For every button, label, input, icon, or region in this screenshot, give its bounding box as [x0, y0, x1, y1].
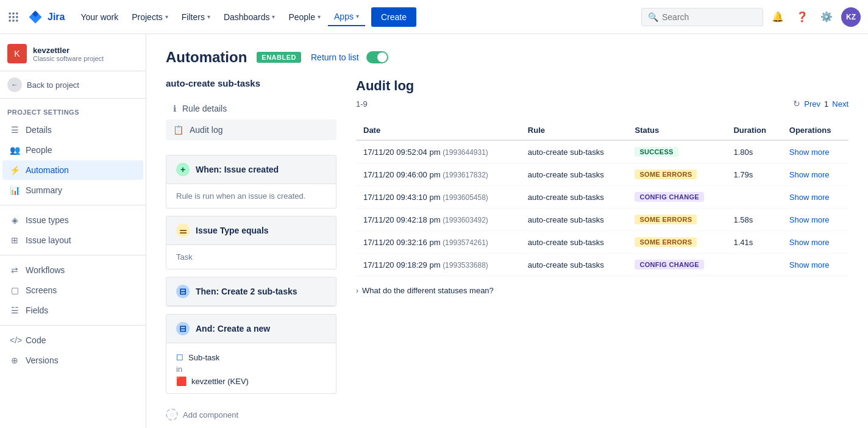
cell-duration: 1.58s: [726, 209, 781, 231]
search-input[interactable]: [662, 12, 756, 22]
date-text: 17/11/20 09:18:29 pm: [363, 260, 441, 269]
nav-dashboards[interactable]: Dashboards ▾: [218, 9, 282, 26]
show-more-link[interactable]: Show more: [789, 238, 830, 247]
svg-rect-5: [16, 16, 18, 18]
search-box[interactable]: 🔍: [641, 8, 763, 26]
col-date: Date: [356, 121, 521, 140]
svg-rect-2: [16, 12, 18, 14]
help-button[interactable]: ❓: [792, 7, 812, 27]
cell-rule: auto-create sub-tasks: [521, 163, 628, 186]
cell-date: 17/11/20 09:32:16 pm (1993574261): [356, 231, 521, 254]
status-badge: SOME ERRORS: [635, 237, 697, 247]
table-row: 17/11/20 09:18:29 pm (1993533688) auto-c…: [356, 254, 848, 276]
sidebar-item-fields[interactable]: ☱ Fields: [2, 301, 143, 320]
rule-step-action2-header: ⊟ And: Create a new: [166, 315, 336, 343]
cell-operations: Show more: [782, 209, 848, 231]
show-more-link[interactable]: Show more: [789, 170, 830, 179]
action2-title: And: Create a new: [196, 324, 270, 333]
sidebar-item-automation-label: Automation: [26, 165, 69, 175]
notifications-button[interactable]: 🔔: [768, 7, 788, 27]
main-navigation: Your work Projects ▾ Filters ▾ Dashboard…: [74, 7, 416, 27]
automation-icon: ⚡: [10, 165, 20, 175]
trigger-badge: +: [176, 163, 190, 176]
show-more-link[interactable]: Show more: [789, 215, 830, 224]
sidebar-item-automation[interactable]: ⚡ Automation: [2, 160, 143, 180]
svg-rect-7: [12, 20, 14, 21]
rule-step-action[interactable]: ⊟ Then: Create 2 sub-tasks: [166, 277, 336, 307]
rule-step-action2[interactable]: ⊟ And: Create a new ☐ Sub-task in 🟥 kevz…: [166, 314, 336, 394]
faq-row[interactable]: › What do the different statuses mean?: [356, 276, 848, 305]
issue-types-icon: ◈: [10, 215, 20, 225]
cell-date: 17/11/20 09:42:18 pm (1993603492): [356, 209, 521, 231]
pagination-next[interactable]: Next: [832, 99, 848, 109]
add-component-button[interactable]: ○ Add component: [166, 401, 336, 428]
table-row: 17/11/20 09:46:00 pm (1993617832) auto-c…: [356, 163, 848, 186]
settings-button[interactable]: ⚙️: [817, 7, 836, 27]
rule-step-trigger[interactable]: + When: Issue created Rule is run when a…: [166, 155, 336, 209]
refresh-icon[interactable]: ↻: [793, 99, 800, 109]
pagination-prev[interactable]: Prev: [804, 99, 820, 109]
nav-your-work[interactable]: Your work: [74, 9, 124, 26]
rule-details-nav-item[interactable]: ℹ Rule details: [166, 98, 336, 119]
nav-apps-chevron: ▾: [356, 13, 359, 20]
rule-step-condition[interactable]: ⚌ Issue Type equals Task: [166, 216, 336, 269]
sidebar-section-title: Project settings: [0, 99, 146, 119]
sidebar-item-details[interactable]: ☰ Details: [2, 120, 143, 140]
action2-body: ☐ Sub-task in 🟥 kevzettler (KEV): [166, 343, 336, 393]
cell-date: 17/11/20 09:43:10 pm (1993605458): [356, 186, 521, 209]
cell-rule: auto-create sub-tasks: [521, 231, 628, 254]
nav-apps[interactable]: Apps ▾: [328, 8, 365, 26]
nav-people-label: People: [288, 12, 315, 22]
cell-operations: Show more: [782, 231, 848, 254]
sidebar-item-summary[interactable]: 📊 Summary: [2, 180, 143, 200]
sidebar-item-screens[interactable]: ▢ Screens: [2, 280, 143, 300]
sidebar-item-issue-layout[interactable]: ⊞ Issue layout: [2, 230, 143, 250]
show-more-link[interactable]: Show more: [789, 148, 830, 157]
user-avatar[interactable]: KZ: [841, 7, 861, 27]
jira-logo[interactable]: Jira: [27, 9, 65, 26]
back-to-project-button[interactable]: ← Back to project: [0, 71, 146, 99]
jira-logo-text: Jira: [48, 12, 65, 23]
people-icon: 👥: [10, 145, 20, 155]
cell-status: SUCCESS: [627, 140, 726, 163]
versions-icon: ⊕: [10, 355, 20, 365]
sidebar-item-issue-types-label: Issue types: [26, 215, 69, 225]
sidebar-item-versions[interactable]: ⊕ Versions: [2, 351, 143, 370]
col-operations: Operations: [782, 121, 848, 140]
sidebar-item-code[interactable]: </> Code: [2, 330, 143, 350]
create-button[interactable]: Create: [371, 7, 416, 27]
sidebar-item-people[interactable]: 👥 People: [2, 140, 143, 160]
audit-log-range: 1-9: [356, 99, 368, 109]
audit-log-nav-item[interactable]: 📋 Audit log: [166, 119, 336, 140]
cell-duration: 1.80s: [726, 140, 781, 163]
nav-people[interactable]: People ▾: [282, 9, 327, 26]
avatar-initials: KZ: [846, 13, 856, 21]
sidebar-item-workflows[interactable]: ⇄ Workflows: [2, 260, 143, 280]
cell-status: SOME ERRORS: [627, 209, 726, 231]
top-navigation: Jira Your work Projects ▾ Filters ▾ Dash…: [0, 0, 868, 34]
pagination-nav: ↻ Prev 1 Next: [793, 99, 848, 109]
nav-projects-chevron: ▾: [165, 13, 168, 20]
action-title: Then: Create 2 sub-tasks: [196, 287, 297, 296]
sidebar-item-issue-types[interactable]: ◈ Issue types: [2, 210, 143, 230]
automation-toggle[interactable]: [366, 51, 388, 63]
workflows-icon: ⇄: [10, 265, 20, 275]
show-more-link[interactable]: Show more: [789, 260, 830, 269]
show-more-link[interactable]: Show more: [789, 193, 830, 202]
app-switcher-button[interactable]: [7, 11, 20, 23]
nav-projects[interactable]: Projects ▾: [126, 9, 174, 26]
return-to-list-link[interactable]: Return to list: [311, 52, 359, 62]
nav-filters[interactable]: Filters ▾: [176, 9, 216, 26]
condition-body: Task: [166, 245, 336, 269]
enabled-badge: ENABLED: [257, 52, 301, 63]
svg-rect-4: [12, 16, 14, 18]
faq-text: What do the different statuses mean?: [362, 286, 494, 295]
audit-id: (1993617832): [443, 171, 488, 179]
rule-step-action-header: ⊟ Then: Create 2 sub-tasks: [166, 277, 336, 306]
sidebar-item-versions-label: Versions: [26, 355, 59, 365]
audit-id: (1993644931): [443, 148, 488, 157]
app-layout: K kevzettler Classic software project ← …: [0, 34, 868, 428]
cell-operations: Show more: [782, 163, 848, 186]
rule-step-condition-header: ⚌ Issue Type equals: [166, 216, 336, 245]
status-badge: SOME ERRORS: [635, 215, 697, 224]
